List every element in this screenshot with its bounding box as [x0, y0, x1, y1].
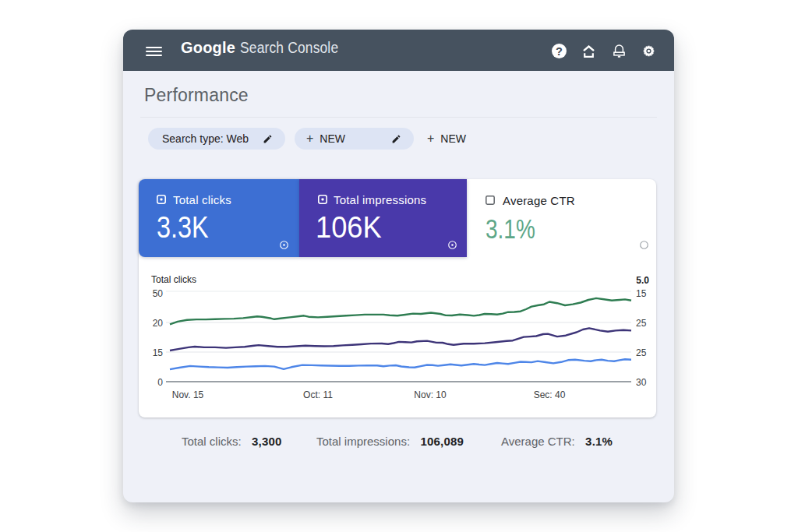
svg-text:25: 25	[636, 347, 647, 358]
svg-text:15: 15	[636, 288, 647, 299]
svg-text:Nov: 10: Nov: 10	[414, 389, 447, 400]
svg-text:Sec: 40: Sec: 40	[534, 389, 566, 400]
svg-text:20: 20	[153, 318, 164, 329]
svg-text:?: ?	[556, 44, 563, 57]
svg-text:Total clicks: Total clicks	[151, 274, 196, 285]
svg-text:50: 50	[153, 288, 164, 299]
svg-text:15: 15	[153, 347, 164, 358]
svg-text:5.0: 5.0	[636, 275, 649, 286]
svg-text:Nov. 15: Nov. 15	[172, 389, 204, 400]
svg-text:30: 30	[636, 377, 647, 388]
svg-text:25: 25	[636, 318, 647, 329]
svg-text:0: 0	[157, 377, 163, 388]
svg-text:Oct: 11: Oct: 11	[303, 389, 333, 400]
